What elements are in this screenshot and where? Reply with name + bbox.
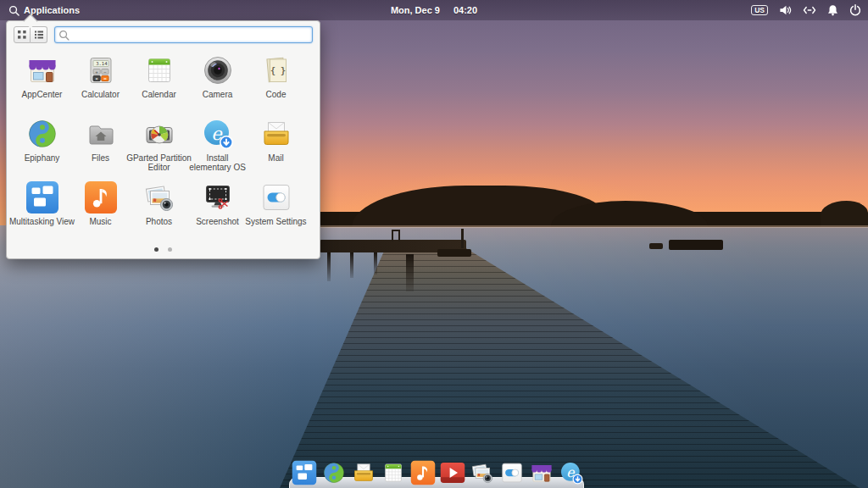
app-item-photos[interactable]: Photos [130,177,188,241]
epiphany-icon [25,117,59,151]
app-label-calendar: Calendar [126,90,192,99]
grid-view-button[interactable] [14,26,31,43]
launcher-header [7,21,320,47]
svg-text:×: × [95,76,98,81]
files-icon [84,117,118,151]
wallpaper-pier-post [350,252,353,278]
dock-item-epiphany[interactable] [321,460,347,485]
svg-text:−: − [103,69,107,75]
svg-text:=: = [103,76,107,81]
panel-date: Mon, Dec 9 [391,5,440,15]
wallpaper-horizon [320,225,868,228]
code-icon: { } [259,53,293,87]
camera-icon [201,53,235,87]
app-grid: AppCenter3.14+−×=CalculatorCalendarCamer… [7,47,320,241]
wallpaper-pier-post [406,254,414,291]
dock-item-music[interactable] [410,460,436,485]
list-view-button[interactable] [31,26,47,43]
app-label-appcenter: AppCenter [9,90,75,99]
settings-icon [499,460,525,485]
dock-item-multitasking[interactable] [292,460,317,485]
panel-status-area: US [751,0,868,20]
appcenter-icon [25,53,59,87]
epiphany-icon [321,460,347,485]
app-label-system-settings: System Settings [243,217,309,226]
app-item-gparted-partition-editor[interactable]: GParted Partition Editor [130,114,188,177]
multitasking-icon [25,180,59,214]
dock-item-settings[interactable] [499,460,525,485]
app-label-epiphany: Epiphany [9,153,75,163]
applications-label: Applications [24,5,80,15]
app-item-multitasking-view[interactable]: Multitasking View [13,177,71,241]
mail-icon [259,117,293,151]
desktop-screen: Applications Mon, Dec 9 04:20 US [0,0,868,488]
app-item-install-elementary-os[interactable]: eInstall elementary OS [188,114,247,177]
wallpaper-pier-rail [461,229,464,248]
top-panel: Applications Mon, Dec 9 04:20 US [0,0,868,20]
app-label-music: Music [68,217,134,226]
app-label-code: Code [243,90,309,99]
applications-launcher: AppCenter3.14+−×=CalculatorCalendarCamer… [6,20,320,259]
gparted-icon [142,117,176,151]
power-icon[interactable] [849,4,861,16]
multitasking-icon [292,460,317,485]
app-item-code[interactable]: { }Code [247,50,305,114]
dock-item-videos[interactable] [440,460,465,485]
dock-icons: e [292,460,584,485]
app-item-music[interactable]: Music [71,177,130,241]
app-label-mail: Mail [243,153,309,163]
view-toggle [14,26,47,43]
app-label-calculator: Calculator [68,90,134,99]
notifications-icon[interactable] [827,4,838,16]
app-item-epiphany[interactable]: Epiphany [13,114,71,177]
applications-menu-button[interactable]: Applications [0,0,88,20]
music-icon [410,460,436,485]
app-item-calendar[interactable]: Calendar [130,50,188,114]
search-icon [58,29,70,44]
photos-icon [142,180,176,214]
svg-text:+: + [95,69,98,75]
dock-item-mail[interactable] [351,460,376,485]
panel-time: 04:20 [453,5,477,15]
app-item-camera[interactable]: Camera [188,50,247,114]
wallpaper-pontoon [669,240,723,250]
page-dot-2[interactable] [168,247,172,252]
app-label-multitasking-view: Multitasking View [9,217,75,226]
videos-icon [440,460,465,485]
app-label-gparted-partition-editor: GParted Partition Editor [126,153,192,172]
wallpaper-pontoon-small [649,243,663,249]
photos-icon [470,460,495,485]
app-item-screenshot[interactable]: Screenshot [188,177,247,241]
clock-indicator[interactable]: Mon, Dec 9 04:20 [0,5,868,15]
install-elementary-icon: e [559,460,584,485]
install-elementary-icon: e [201,117,235,151]
app-item-files[interactable]: Files [71,114,130,177]
dock-item-calendar[interactable] [381,460,406,485]
search-input[interactable] [54,26,313,43]
page-indicator[interactable] [7,247,320,252]
app-item-appcenter[interactable]: AppCenter [13,50,71,114]
app-item-calculator[interactable]: 3.14+−×=Calculator [71,50,130,114]
volume-icon[interactable] [779,4,792,16]
wallpaper-pier-post [327,252,331,281]
app-label-files: Files [68,153,134,163]
wallpaper-pier-post [374,252,377,274]
app-label-photos: Photos [126,217,192,226]
screenshot-icon [201,180,235,214]
calendar-icon [381,460,406,485]
music-icon [84,180,118,214]
calendar-icon [142,53,176,87]
app-item-mail[interactable]: Mail [247,114,305,177]
app-label-screenshot: Screenshot [185,217,251,226]
app-label-install-elementary-os: Install elementary OS [185,153,251,172]
dock-item-photos[interactable] [470,460,495,485]
svg-text:3.14: 3.14 [96,61,108,66]
page-dot-1[interactable] [154,247,159,252]
keyboard-layout-indicator[interactable]: US [751,5,768,16]
wallpaper-tree-edge [821,201,868,227]
dock-item-install-elementary[interactable]: e [559,460,584,485]
app-item-system-settings[interactable]: System Settings [247,177,305,241]
calculator-icon: 3.14+−×= [84,53,118,87]
network-icon[interactable] [803,5,816,15]
dock-item-appcenter[interactable] [529,460,554,485]
